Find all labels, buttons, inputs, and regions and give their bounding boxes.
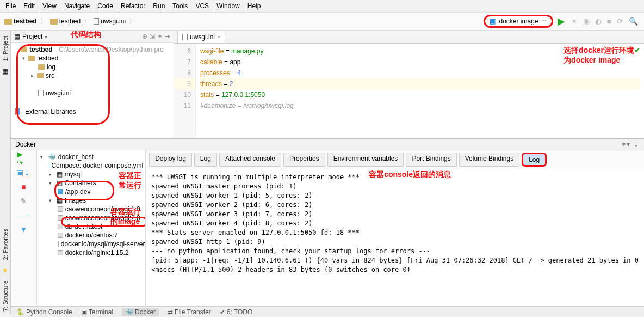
image-icon <box>58 215 63 221</box>
dt-compose[interactable]: Compose: docker-compose.yml <box>37 161 145 170</box>
bc-proj[interactable]: testbed <box>50 17 81 25</box>
tab-volume-bindings[interactable]: Volume Bindings <box>459 153 519 167</box>
project-panel-header: ▤ Project ▾ ⊕ ⇲ ✶ ➜ <box>11 31 174 43</box>
filter-icon[interactable]: ▼ <box>17 224 30 234</box>
menu-navigate[interactable]: Navigate <box>64 2 90 10</box>
dt-img-5[interactable]: docker.io/nginx:1.15.2 <box>37 248 145 257</box>
target-icon[interactable]: ⊕ <box>142 33 147 40</box>
dt-img-4[interactable]: docker.io/mysql/mysql-server:5.7 <box>37 240 145 248</box>
menu-tools[interactable]: Tools <box>172 2 188 10</box>
dt-img-0[interactable]: caowencomeon/uwsgi:1.0 <box>37 205 145 214</box>
code-area[interactable]: wsgi-file = manage.pycallable = appproce… <box>196 44 644 138</box>
chevron-down-icon[interactable]: ▾ <box>45 34 47 40</box>
tree-src[interactable]: ▸src <box>11 71 174 80</box>
dt-host[interactable]: ▾🐳docker_host <box>37 153 145 161</box>
close-icon[interactable]: × <box>217 34 220 40</box>
dt-img-3[interactable]: docker.io/centos:7 <box>37 231 145 240</box>
docker-tabs: Deploy log Log Attached console Properti… <box>146 150 644 169</box>
project-title: Project <box>22 33 42 40</box>
menu-view[interactable]: View <box>42 2 57 10</box>
menu-refactor[interactable]: Refactor <box>121 2 145 10</box>
dt-img-1[interactable]: caowencomeon/uwsgi:2.0 <box>37 214 145 222</box>
folder-icon <box>38 64 45 70</box>
update-button[interactable]: ⟳ <box>617 17 623 26</box>
gear-icon[interactable]: ✶▾ <box>621 141 630 148</box>
project-panel: ▤ Project ▾ ⊕ ⇲ ✶ ➜ 代码结构 testbed C:\User… <box>11 31 174 138</box>
tree-testbed[interactable]: ▾testbed <box>11 54 174 63</box>
tab-log-active[interactable]: Log <box>522 153 547 167</box>
project-tree[interactable]: testbed C:\Users\wenca\Desktop\python-pr… <box>11 43 174 138</box>
docker-tree[interactable]: ▾🐳docker_host Compose: docker-compose.ym… <box>37 150 146 306</box>
tab-deploy-log[interactable]: Deploy log <box>149 153 192 167</box>
run-config-selector[interactable]: ▣ docker image ﹀ <box>484 15 553 28</box>
breadcrumb: testbed 〉 testbed 〉 uwsgi.ini 〉 <box>4 17 481 26</box>
tree-ext-lib[interactable]: External Libraries <box>11 107 174 116</box>
delete-icon[interactable]: — <box>17 210 30 220</box>
menu-run[interactable]: Run <box>153 2 165 10</box>
editor: uwsgi.ini × ✔ 67891011 wsgi-file = manag… <box>174 31 644 138</box>
run-button[interactable]: ▶ <box>558 15 565 27</box>
download-icon[interactable]: ⭳ <box>633 141 640 148</box>
edit-icon[interactable]: ✎ <box>17 196 30 206</box>
run-icon[interactable]: ▶ ↷ <box>17 154 30 163</box>
collapse-icon[interactable]: ⇲ <box>150 33 155 40</box>
dt-app-dev[interactable]: /app-dev <box>37 187 145 196</box>
bb-todo[interactable]: ✔ 6: TODO <box>220 308 253 316</box>
menu-edit[interactable]: Edit <box>23 2 35 10</box>
menu-vcs[interactable]: VCS <box>195 2 209 10</box>
docker-panel-header: Docker ✶▾ ⭳ <box>11 138 644 150</box>
tab-attached-console[interactable]: Attached console <box>219 153 281 167</box>
dt-mysql[interactable]: ▸▦mysql <box>37 170 145 179</box>
grid-icon: ▦ <box>57 179 63 187</box>
bb-docker[interactable]: 🐳 Docker <box>122 308 159 316</box>
tab-env-vars[interactable]: Environment variables <box>327 153 404 167</box>
docker-actions: ▶ ↷ ▣⭳ ■ ✎ — ▼ <box>11 150 37 306</box>
deploy-icon[interactable]: ▣⭳ <box>17 168 30 178</box>
hide-icon[interactable]: ➜ <box>165 33 170 40</box>
tab-project[interactable]: 1: Project <box>1 34 10 63</box>
menu-window[interactable]: Window <box>216 2 240 10</box>
search-button[interactable]: 🔍 <box>629 17 638 26</box>
debug-button[interactable]: ✴ <box>571 17 578 26</box>
console-output[interactable]: *** uWSGI is running in multiple interpr… <box>146 169 644 306</box>
whale-icon: 🐳 <box>48 153 56 161</box>
gutter: 67891011 <box>174 44 196 138</box>
dt-containers[interactable]: ▾▦Containers <box>37 179 145 187</box>
tab-structure[interactable]: 7: Structure <box>1 278 10 314</box>
menu-code[interactable]: Code <box>97 2 113 10</box>
gear-icon[interactable]: ✶ <box>157 33 163 40</box>
tree-root[interactable]: testbed C:\Users\wenca\Desktop\python-pr… <box>11 45 174 54</box>
tree-log[interactable]: log <box>11 63 174 71</box>
menu-file[interactable]: File <box>5 2 16 10</box>
bc-file[interactable]: uwsgi.ini <box>94 17 126 25</box>
tree-uwsgi[interactable]: uwsgi.ini <box>11 89 174 97</box>
bb-terminal[interactable]: ▣ Terminal <box>81 308 113 316</box>
bc-root[interactable]: testbed <box>4 17 37 25</box>
bc-sep: 〉 <box>40 17 47 26</box>
bb-file-transfer[interactable]: ⇄ File Transfer <box>168 308 211 316</box>
tab-port-bindings[interactable]: Port Bindings <box>406 153 456 167</box>
editor-tab-uwsgi[interactable]: uwsgi.ini × <box>177 31 225 43</box>
menu-help[interactable]: Help <box>247 2 261 10</box>
tab-favorites[interactable]: 2: Favorites <box>1 227 10 262</box>
profile-button[interactable]: ◐ <box>595 17 602 26</box>
coverage-button[interactable]: ◉ <box>583 17 590 26</box>
star-icon: ★ <box>2 266 8 274</box>
folder-icon <box>21 47 27 52</box>
stop-button[interactable]: ■ <box>607 17 611 26</box>
image-icon <box>58 206 63 212</box>
grid-icon: ▦ <box>57 170 63 178</box>
tab-log[interactable]: Log <box>194 153 217 167</box>
file-icon <box>94 18 99 25</box>
dt-images[interactable]: ▾▦Images <box>37 196 145 205</box>
toolbar: testbed 〉 testbed 〉 uwsgi.ini 〉 ▣ docker… <box>0 13 644 31</box>
menubar: File Edit View Navigate Code Refactor Ru… <box>0 0 644 13</box>
stop-icon[interactable]: ■ <box>17 182 30 192</box>
dt-img-2[interactable]: db-dev:latest <box>37 222 145 231</box>
run-config-label: docker image <box>499 17 538 25</box>
image-icon <box>58 233 63 238</box>
bb-python-console[interactable]: 🐍 Python Console <box>16 308 72 316</box>
tab-properties[interactable]: Properties <box>283 153 325 167</box>
tab-icon[interactable]: ▦ <box>2 68 9 74</box>
compose-icon <box>49 163 49 168</box>
